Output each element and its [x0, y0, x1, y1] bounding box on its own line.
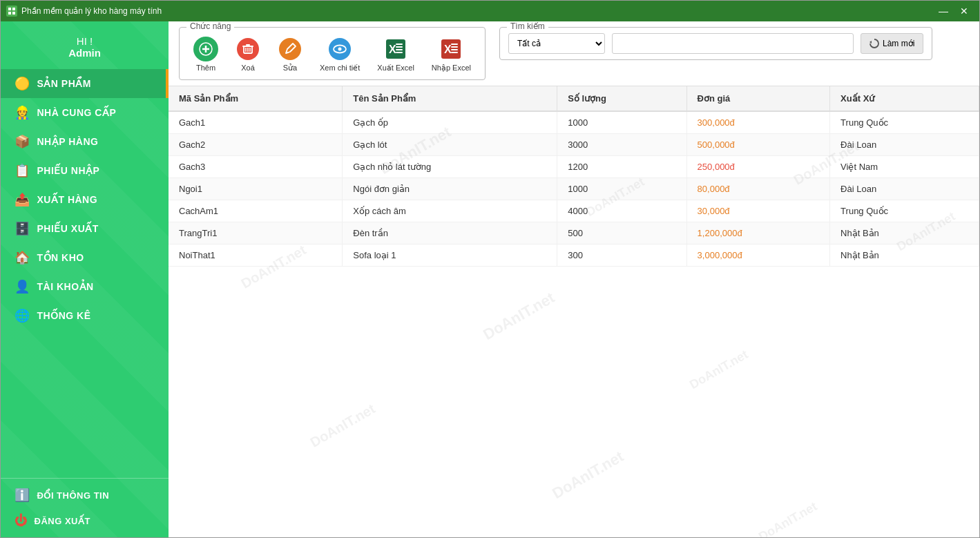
- svg-rect-27: [451, 44, 458, 45]
- table-row[interactable]: Gach1 Gạch ốp 1000 300,000đ Trung Quốc: [169, 111, 979, 134]
- svg-rect-22: [396, 46, 403, 48]
- col-xuat-xu: Xuất Xứ: [830, 86, 979, 111]
- cell-so-luong: 300: [557, 244, 686, 267]
- sidebar-item-phieu-xuat[interactable]: 🗄️ PHIẾU XUẤT: [1, 214, 169, 243]
- product-table: Mã Sản Phẩm Tên Sản Phẩm Số lượng Đơn gi…: [169, 86, 979, 267]
- cell-ma: Gach1: [169, 111, 343, 134]
- them-button[interactable]: Thêm: [186, 33, 225, 76]
- cell-xuat-xu: Đài Loan: [830, 134, 979, 156]
- sidebar: HI ! Admin 🟡 SẢN PHẨM 👷 NHÀ CUNG CẤP 📦 N…: [1, 21, 169, 537]
- sidebar-item-doi-thong-tin[interactable]: ℹ️ ĐỔI THÔNG TIN: [1, 482, 169, 508]
- sidebar-nav: 🟡 SẢN PHẨM 👷 NHÀ CUNG CẤP 📦 NHẬP HÀNG 📋 …: [1, 69, 169, 478]
- svg-rect-2: [8, 12, 11, 15]
- cell-ma: Ngoi1: [169, 178, 343, 200]
- cell-don-gia: 1,200,000đ: [686, 222, 830, 244]
- svg-rect-0: [8, 8, 11, 10]
- sidebar-item-xuat-hang[interactable]: 📤 XUẤT HÀNG: [1, 185, 169, 214]
- sua-button[interactable]: Sửa: [271, 33, 309, 76]
- nhap-excel-button[interactable]: X Nhập Excel: [425, 33, 478, 76]
- sidebar-item-san-pham[interactable]: 🟡 SẢN PHẨM: [1, 69, 169, 98]
- sidebar-label-dang-xuat: ĐĂNG XUẤT: [35, 516, 90, 526]
- nha-cung-cap-icon: 👷: [15, 105, 30, 120]
- xuat-excel-button[interactable]: X Xuất Excel: [370, 33, 421, 76]
- lam-moi-button[interactable]: Làm mới: [861, 33, 923, 54]
- tai-khoan-icon: 👤: [15, 279, 30, 294]
- table-row[interactable]: NoiThat1 Sofa loại 1 300 3,000,000đ Nhật…: [169, 244, 979, 267]
- sidebar-item-thong-ke[interactable]: 🌐 THỐNG KÊ: [1, 301, 169, 330]
- thong-ke-icon: 🌐: [15, 308, 30, 323]
- svg-point-18: [338, 48, 342, 51]
- toolbar: Chức năng Thêm: [169, 21, 979, 86]
- table-row[interactable]: Gach3 Gạch nhỏ lát tường 1200 250,000đ V…: [169, 156, 979, 178]
- cell-so-luong: 1200: [557, 156, 686, 178]
- sidebar-bottom: ℹ️ ĐỔI THÔNG TIN ⏻ ĐĂNG XUẤT: [1, 478, 169, 537]
- san-pham-icon: 🟡: [15, 76, 30, 91]
- cell-ma: Gach2: [169, 134, 343, 156]
- cell-ten: Sofa loại 1: [343, 244, 557, 267]
- them-icon: [193, 37, 218, 61]
- cell-don-gia: 300,000đ: [686, 111, 830, 134]
- sidebar-username: Admin: [1, 47, 169, 59]
- window-title: Phần mềm quản lý kho hàng máy tính: [21, 6, 934, 16]
- sidebar-item-nhap-hang[interactable]: 📦 NHẬP HÀNG: [1, 127, 169, 156]
- phieu-xuat-icon: 🗄️: [15, 221, 30, 236]
- search-input[interactable]: [612, 33, 854, 54]
- main-window: Phần mềm quản lý kho hàng máy tính — ✕ H…: [0, 0, 980, 538]
- sidebar-label-ton-kho: TỒN KHO: [37, 252, 84, 263]
- svg-rect-3: [12, 12, 15, 15]
- col-don-gia: Đơn giá: [686, 86, 830, 111]
- cell-so-luong: 500: [557, 222, 686, 244]
- sidebar-label-doi-thong-tin: ĐỔI THÔNG TIN: [37, 490, 110, 501]
- xoa-button[interactable]: Xoá: [229, 33, 267, 76]
- close-button[interactable]: ✕: [954, 4, 974, 18]
- xuat-excel-label: Xuất Excel: [377, 64, 414, 73]
- cell-ten: Xốp cách âm: [343, 200, 557, 222]
- col-ten-san-pham: Tên Sản Phẩm: [343, 86, 557, 111]
- cell-don-gia: 80,000đ: [686, 178, 830, 200]
- sua-label: Sửa: [283, 64, 297, 73]
- doi-thong-tin-icon: ℹ️: [15, 488, 30, 503]
- cell-don-gia: 500,000đ: [686, 134, 830, 156]
- cell-ten: Ngói đơn giản: [343, 178, 557, 200]
- sidebar-label-phieu-nhap: PHIẾU NHẬP: [37, 165, 100, 176]
- svg-rect-1: [12, 8, 15, 10]
- col-so-luong: Số lượng: [557, 86, 686, 111]
- cell-xuat-xu: Trung Quốc: [830, 200, 979, 222]
- table-row[interactable]: Gach2 Gạch lót 3000 500,000đ Đài Loan: [169, 134, 979, 156]
- cell-ten: Gạch lót: [343, 134, 557, 156]
- xem-chi-tiet-label: Xem chi tiết: [320, 64, 360, 73]
- nhap-hang-icon: 📦: [15, 134, 30, 149]
- sidebar-item-nha-cung-cap[interactable]: 👷 NHÀ CUNG CẤP: [1, 98, 169, 127]
- dang-xuat-icon: ⏻: [15, 514, 28, 528]
- sidebar-item-tai-khoan[interactable]: 👤 TÀI KHOẢN: [1, 272, 169, 301]
- sidebar-item-dang-xuat[interactable]: ⏻ ĐĂNG XUẤT: [1, 508, 169, 534]
- sidebar-user: HI ! Admin: [1, 21, 169, 69]
- cell-so-luong: 3000: [557, 134, 686, 156]
- table-row[interactable]: Ngoi1 Ngói đơn giản 1000 80,000đ Đài Loa…: [169, 178, 979, 200]
- minimize-button[interactable]: —: [934, 4, 953, 18]
- search-category-dropdown[interactable]: Tất cả Mã Sản Phẩm Tên Sản Phẩm Xuất Xứ: [508, 33, 605, 54]
- titlebar: Phần mềm quản lý kho hàng máy tính — ✕: [1, 1, 979, 21]
- xoa-label: Xoá: [241, 64, 255, 72]
- xoa-icon: [236, 37, 260, 61]
- table-row[interactable]: CachAm1 Xốp cách âm 4000 30,000đ Trung Q…: [169, 200, 979, 222]
- sidebar-label-nhap-hang: NHẬP HÀNG: [37, 136, 99, 147]
- svg-rect-10: [246, 44, 250, 46]
- xuat-excel-icon: X: [383, 37, 408, 61]
- svg-line-15: [286, 52, 289, 53]
- lam-moi-label: Làm mới: [883, 39, 914, 48]
- cell-so-luong: 1000: [557, 178, 686, 200]
- sidebar-item-ton-kho[interactable]: 🏠 TỒN KHO: [1, 243, 169, 272]
- sidebar-item-phieu-nhap[interactable]: 📋 PHIẾU NHẬP: [1, 156, 169, 185]
- nhap-excel-label: Nhập Excel: [432, 64, 471, 73]
- svg-text:X: X: [444, 44, 452, 55]
- cell-xuat-xu: Việt Nam: [830, 156, 979, 178]
- table-row[interactable]: TrangTri1 Đèn trần 500 1,200,000đ Nhật B…: [169, 222, 979, 244]
- cell-ma: TrangTri1: [169, 222, 343, 244]
- xem-chi-tiet-button[interactable]: Xem chi tiết: [313, 33, 367, 76]
- svg-rect-29: [451, 49, 458, 50]
- cell-ten: Đèn trần: [343, 222, 557, 244]
- tim-kiem-group: Tìm kiếm Tất cả Mã Sản Phẩm Tên Sản Phẩm…: [499, 27, 932, 60]
- svg-text:X: X: [389, 44, 396, 55]
- sua-icon: [278, 37, 302, 61]
